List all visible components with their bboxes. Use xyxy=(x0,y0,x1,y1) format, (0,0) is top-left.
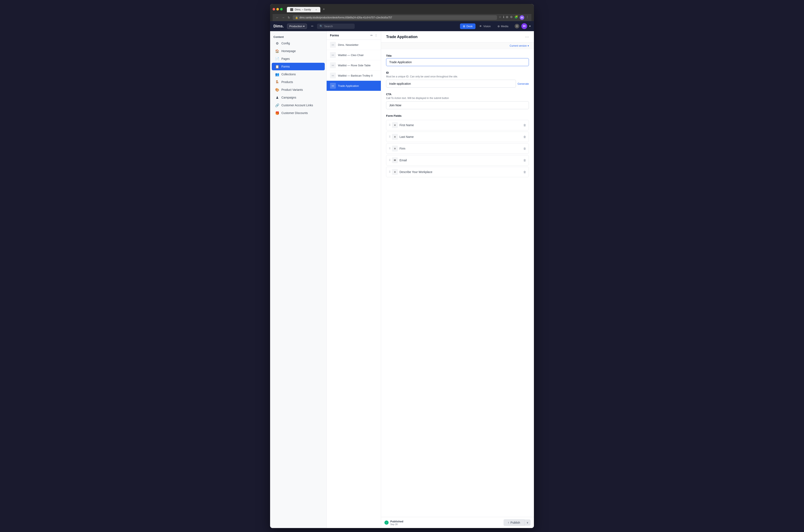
pages-icon: 📄 xyxy=(275,57,279,61)
forward-button[interactable]: → xyxy=(281,16,286,20)
publish-label: Publish xyxy=(510,521,520,524)
info-icon[interactable]: ℹ xyxy=(503,15,504,20)
sidebar-item-customer-account-links[interactable]: 🔗 Customer Account Links xyxy=(272,101,325,109)
search-placeholder: Search xyxy=(324,25,333,28)
delete-firm-button[interactable]: 🗑 xyxy=(523,147,526,150)
sidebar-title: Content xyxy=(270,34,326,39)
content-more-button[interactable]: ⋯ xyxy=(525,35,529,39)
cta-input[interactable] xyxy=(386,101,529,109)
reload-button[interactable]: ↻ xyxy=(287,16,291,20)
field-icon-workplace: ≡ xyxy=(392,169,398,175)
panel-more-button[interactable]: ⋮ xyxy=(374,34,378,37)
workspace-selector[interactable]: Production ▾ xyxy=(287,24,307,29)
form-field-item-lastname: ⠿ ≡ Last Name 🗑 xyxy=(386,132,529,142)
drag-handle-firm[interactable]: ⠿ xyxy=(389,147,390,150)
puzzle-icon[interactable]: 🧩 xyxy=(514,15,518,20)
drag-handle-firstname[interactable]: ⠿ xyxy=(389,124,390,127)
lock-icon: 🔒 xyxy=(295,16,298,19)
form-list-item-cleo[interactable]: ≡≡ Waitlist — Cleo Chair xyxy=(327,50,381,60)
publish-actions: ↑ Publish ∨ xyxy=(504,519,531,526)
form-list-item-newsletter[interactable]: ≡≡ Dims. Newsletter xyxy=(327,40,381,50)
desk-icon: ⊞ xyxy=(463,25,465,28)
generate-button[interactable]: Generate xyxy=(517,82,529,86)
address-bar[interactable]: 🔒 dims.sanity.studio/production/desk/for… xyxy=(293,15,497,20)
drag-handle-email[interactable]: ⠿ xyxy=(389,159,390,162)
dropdown-chevron-icon: ∨ xyxy=(527,521,528,524)
search-box[interactable]: 🔍 Search xyxy=(317,24,355,29)
settings-icon[interactable]: ⚙ xyxy=(510,15,513,20)
panel-edit-button[interactable]: ✏ xyxy=(370,34,373,37)
more-options-icon[interactable]: ⋮ xyxy=(526,15,529,20)
panel-header: Forms ✏ ⋮ xyxy=(327,31,381,40)
cta-field-group: CTA Call To Action text. Will be display… xyxy=(386,93,529,109)
desk-nav-button[interactable]: ⊞ Desk xyxy=(460,23,476,29)
sidebar-item-config[interactable]: ⚙ Config xyxy=(272,40,325,47)
nav-right-section: 0 IH ▾ xyxy=(515,23,531,29)
form-label-trade: Trade Application xyxy=(338,84,359,88)
field-name-firstname: First Name xyxy=(400,124,522,127)
notification-counter[interactable]: 0 xyxy=(515,24,519,28)
delete-email-button[interactable]: 🗑 xyxy=(523,158,526,162)
drag-handle-workplace[interactable]: ⠿ xyxy=(389,171,390,173)
id-field-group: ID Must be a unique ID. Can only be used… xyxy=(386,71,529,88)
sidebar-item-collections[interactable]: 👥 Collections xyxy=(272,71,325,78)
form-label-rove: Waitlist — Rove Side Table xyxy=(338,64,371,67)
delete-workplace-button[interactable]: 🗑 xyxy=(523,170,526,174)
media-nav-button[interactable]: ⊛ Media xyxy=(495,23,511,29)
sidebar-item-products[interactable]: 🪑 Products xyxy=(272,78,325,86)
content-title: Trade Application xyxy=(386,35,418,39)
title-field-group: Title xyxy=(386,54,529,66)
vision-nav-button[interactable]: 👁 Vision xyxy=(476,23,493,29)
close-button[interactable] xyxy=(273,8,275,11)
id-row: Generate xyxy=(386,80,529,88)
version-button[interactable]: Current version ▾ xyxy=(510,44,529,47)
maximize-button[interactable] xyxy=(280,8,282,11)
form-list-item-barbican[interactable]: ≡≡ Waitlist — Barbican Trolley II xyxy=(327,71,381,81)
browser-tab[interactable]: Dims. – Sanity ✕ xyxy=(287,7,321,12)
sidebar-item-campaigns[interactable]: ♟ Campaigns xyxy=(272,94,325,101)
field-icon-lastname: ≡ xyxy=(392,134,398,140)
field-icon-email: ✉ xyxy=(392,157,398,163)
star-icon[interactable]: ☆ xyxy=(499,15,501,20)
user-avatar[interactable]: IH xyxy=(522,23,527,29)
field-name-firm: Firm xyxy=(400,147,522,150)
version-chevron-icon: ▾ xyxy=(528,44,529,47)
sidebar-item-homepage[interactable]: 🏠 Homepage xyxy=(272,47,325,55)
sidebar-item-customer-discounts[interactable]: 🎁 Customer Discounts xyxy=(272,109,325,117)
form-label-cleo: Waitlist — Cleo Chair xyxy=(338,54,364,57)
back-button[interactable]: ← xyxy=(275,16,280,20)
form-list-item-rove[interactable]: ≡≡ Waitlist — Rove Side Table xyxy=(327,60,381,71)
content-area: Trade Application ⋯ Current version ▾ Ti… xyxy=(381,31,534,528)
homepage-icon: 🏠 xyxy=(275,49,279,53)
sidebar-item-forms[interactable]: 📋 Forms xyxy=(272,63,325,70)
form-field-item-firstname: ⠿ ≡ First Name 🗑 xyxy=(386,120,529,130)
id-input[interactable] xyxy=(386,80,516,88)
edit-icon[interactable]: ✏ xyxy=(311,24,314,28)
sidebar-label-config: Config xyxy=(281,42,290,45)
nav-tools: ⊞ Desk 👁 Vision ⊛ Media xyxy=(460,23,511,29)
sidebar-item-product-variants[interactable]: 🎨 Product Variants xyxy=(272,86,325,94)
sidebar-item-pages[interactable]: 📄 Pages xyxy=(272,55,325,62)
delete-lastname-button[interactable]: 🗑 xyxy=(523,135,526,138)
field-icon-firm: ≡ xyxy=(392,146,398,151)
delete-firstname-button[interactable]: 🗑 xyxy=(523,124,526,127)
new-tab-button[interactable]: + xyxy=(321,6,327,12)
title-input[interactable] xyxy=(386,58,529,66)
extensions-icon[interactable]: ⊞ xyxy=(506,15,508,20)
form-thumb-newsletter: ≡≡ xyxy=(330,42,336,48)
forms-icon: 📋 xyxy=(275,64,279,69)
form-list-item-trade[interactable]: ≡≡ Trade Application xyxy=(327,81,381,91)
publish-icon: ↑ xyxy=(508,521,509,524)
campaigns-icon: ♟ xyxy=(275,95,279,99)
publish-dropdown-button[interactable]: ∨ xyxy=(524,519,531,526)
variants-icon: 🎨 xyxy=(275,88,279,92)
tab-close-button[interactable]: ✕ xyxy=(315,8,317,11)
drag-handle-lastname[interactable]: ⠿ xyxy=(389,135,390,138)
user-avatar-small[interactable]: IH xyxy=(520,15,524,20)
content-header: Trade Application ⋯ xyxy=(381,31,534,43)
avatar-dropdown-icon[interactable]: ▾ xyxy=(529,25,531,27)
version-bar: Current version ▾ xyxy=(381,43,534,49)
minimize-button[interactable] xyxy=(276,8,279,11)
form-thumb-cleo: ≡≡ xyxy=(330,52,336,58)
publish-button[interactable]: ↑ Publish xyxy=(504,519,524,526)
